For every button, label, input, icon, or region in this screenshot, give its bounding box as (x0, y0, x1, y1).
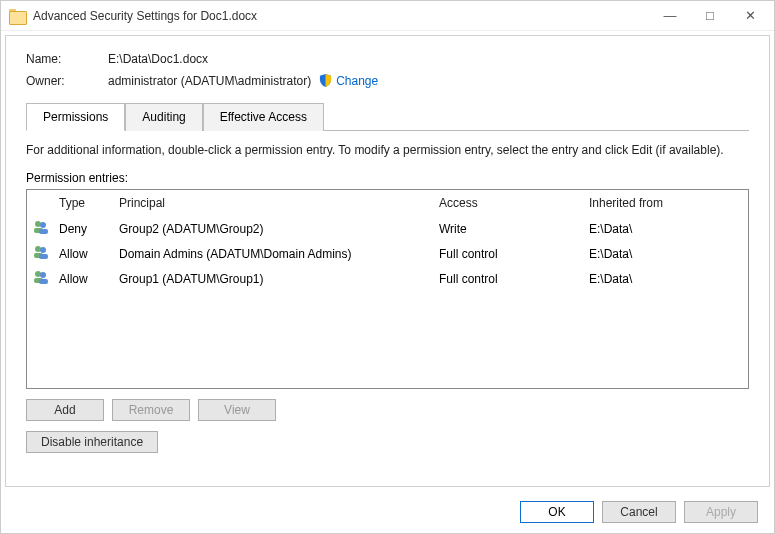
content-area: Name: E:\Data\Doc1.docx Owner: administr… (5, 35, 770, 487)
col-inherited[interactable]: Inherited from (587, 193, 744, 213)
cell-principal: Group1 (ADATUM\Group1) (117, 271, 437, 287)
name-row: Name: E:\Data\Doc1.docx (26, 52, 749, 66)
permission-entries-table: Type Principal Access Inherited from Den… (26, 189, 749, 389)
name-value: E:\Data\Doc1.docx (108, 52, 208, 66)
group-icon (31, 244, 57, 263)
svg-point-5 (40, 247, 46, 253)
svg-point-9 (40, 272, 46, 278)
col-access[interactable]: Access (437, 193, 587, 213)
svg-point-4 (35, 246, 41, 252)
disable-inheritance-button[interactable]: Disable inheritance (26, 431, 158, 453)
owner-value: administrator (ADATUM\administrator) (108, 74, 311, 88)
dialog-footer: OK Cancel Apply (1, 491, 774, 533)
owner-row: Owner: administrator (ADATUM\administrat… (26, 74, 749, 88)
minimize-button[interactable]: — (650, 3, 690, 29)
window-controls: — □ ✕ (650, 3, 770, 29)
cell-principal: Group2 (ADATUM\Group2) (117, 221, 437, 237)
ok-button[interactable]: OK (520, 501, 594, 523)
table-row[interactable]: Allow Group1 (ADATUM\Group1) Full contro… (27, 266, 748, 291)
cell-access: Full control (437, 271, 587, 287)
maximize-button[interactable]: □ (690, 3, 730, 29)
instructions-text: For additional information, double-click… (26, 143, 749, 157)
cell-type: Allow (57, 246, 117, 262)
folder-icon (9, 9, 25, 23)
svg-rect-7 (39, 254, 48, 259)
advanced-security-window: Advanced Security Settings for Doc1.docx… (0, 0, 775, 534)
col-type[interactable]: Type (57, 193, 117, 213)
cell-type: Allow (57, 271, 117, 287)
view-button[interactable]: View (198, 399, 276, 421)
table-row[interactable]: Deny Group2 (ADATUM\Group2) Write E:\Dat… (27, 216, 748, 241)
tab-strip: Permissions Auditing Effective Access (26, 102, 749, 131)
cell-inherited: E:\Data\ (587, 246, 744, 262)
cancel-button[interactable]: Cancel (602, 501, 676, 523)
group-icon (31, 269, 57, 288)
permission-entries-label: Permission entries: (26, 171, 749, 185)
cell-access: Write (437, 221, 587, 237)
svg-rect-11 (39, 279, 48, 284)
name-label: Name: (26, 52, 108, 66)
change-owner-link[interactable]: Change (336, 74, 378, 88)
add-button[interactable]: Add (26, 399, 104, 421)
owner-label: Owner: (26, 74, 108, 88)
table-header: Type Principal Access Inherited from (27, 190, 748, 216)
shield-icon (319, 74, 332, 88)
svg-point-1 (40, 222, 46, 228)
group-icon (31, 219, 57, 238)
cell-access: Full control (437, 246, 587, 262)
cell-principal: Domain Admins (ADATUM\Domain Admins) (117, 246, 437, 262)
close-button[interactable]: ✕ (730, 3, 770, 29)
cell-inherited: E:\Data\ (587, 271, 744, 287)
col-principal[interactable]: Principal (117, 193, 437, 213)
apply-button[interactable]: Apply (684, 501, 758, 523)
tab-effective-access[interactable]: Effective Access (203, 103, 324, 131)
window-title: Advanced Security Settings for Doc1.docx (33, 9, 650, 23)
cell-type: Deny (57, 221, 117, 237)
cell-inherited: E:\Data\ (587, 221, 744, 237)
table-row[interactable]: Allow Domain Admins (ADATUM\Domain Admin… (27, 241, 748, 266)
col-icon (31, 200, 57, 206)
svg-rect-3 (39, 229, 48, 234)
inheritance-row: Disable inheritance (26, 431, 749, 453)
entry-buttons: Add Remove View (26, 399, 749, 421)
remove-button[interactable]: Remove (112, 399, 190, 421)
titlebar: Advanced Security Settings for Doc1.docx… (1, 1, 774, 31)
svg-point-8 (35, 271, 41, 277)
svg-point-0 (35, 221, 41, 227)
tab-permissions[interactable]: Permissions (26, 103, 125, 131)
tab-auditing[interactable]: Auditing (125, 103, 202, 131)
